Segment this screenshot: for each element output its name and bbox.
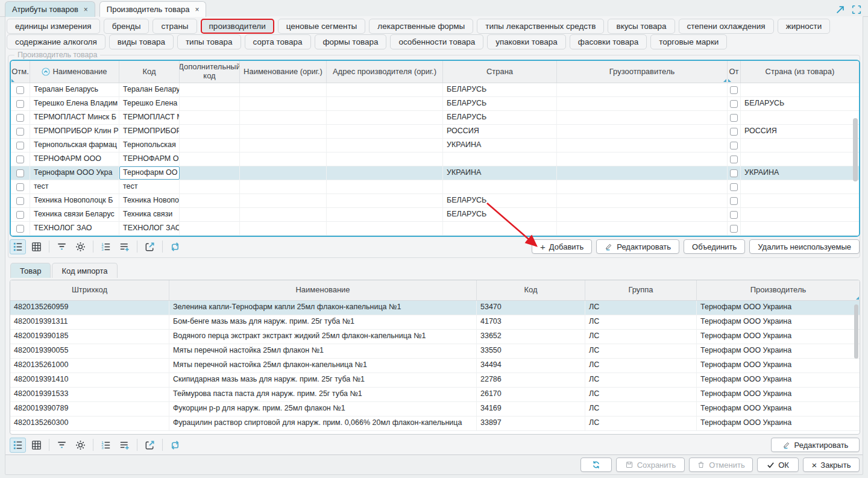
country-from-item-cell[interactable] [741, 222, 859, 235]
name-cell[interactable]: ТЕРМОПРИБОР Клин Р [30, 125, 119, 138]
table-row[interactable]: Тералан Беларусь Тералан Белару БЕЛАРУСЬ [11, 83, 859, 97]
name-cell[interactable]: ТЕРНОФАРМ ООО [30, 153, 119, 166]
row-checkbox[interactable] [16, 142, 24, 149]
column-header-item-name[interactable]: Наименование [169, 280, 477, 300]
group-cell[interactable]: ЛС [585, 301, 697, 315]
numbered-list-icon[interactable]: 123 [98, 239, 114, 254]
item-name-cell[interactable]: Скипидарная мазь мазь для наруж. прим. 2… [169, 373, 477, 387]
group-cell[interactable]: ЛС [585, 402, 697, 416]
edit-item-button[interactable]: Редактировать [771, 438, 860, 452]
tab-cooling-degrees[interactable]: степени охлаждения [679, 19, 774, 34]
row-checkbox[interactable] [16, 156, 24, 163]
manufacturer-cell[interactable]: Тернофарм ООО Украина [697, 301, 860, 315]
code-cell[interactable]: Терешко Елена [119, 97, 180, 110]
settings-gear-icon[interactable] [72, 438, 89, 453]
window-tab-producer[interactable]: Производитель товара × [99, 1, 207, 17]
item-name-cell[interactable]: Мяты перечной настойка 25мл флакон-капел… [169, 359, 477, 373]
from-checkbox[interactable] [730, 183, 738, 191]
from-checkbox[interactable] [730, 211, 738, 219]
refresh-loop-icon[interactable] [167, 438, 183, 453]
item-code-cell[interactable]: 33897 [477, 417, 585, 430]
country-from-item-cell[interactable] [741, 194, 859, 207]
column-header-name-orig[interactable]: Наименование (ориг.) [240, 61, 327, 83]
barcode-cell[interactable]: 4820019391311 [10, 315, 169, 329]
table-row[interactable]: 4820019390055 Мяты перечной настойка 25м… [10, 344, 860, 359]
tab-fat-content[interactable]: жирности [778, 19, 831, 34]
tab-item[interactable]: Товар [10, 263, 51, 278]
barcode-cell[interactable]: 4820135261000 [10, 359, 169, 373]
manufacturer-cell[interactable]: Тернофарм ООО Украина [697, 373, 860, 387]
group-cell[interactable]: ЛС [585, 315, 697, 329]
barcode-cell[interactable]: 4820019390055 [10, 344, 169, 358]
numbered-list-icon[interactable]: 123 [98, 438, 114, 453]
item-code-cell[interactable]: 33550 [477, 344, 585, 358]
item-code-cell[interactable]: 34494 [477, 359, 585, 373]
table-row[interactable]: Техника Новополоцк Б Техника Новопо БЕЛА… [11, 194, 859, 208]
country-from-item-cell[interactable] [741, 180, 859, 193]
manufacturer-cell[interactable]: Тернофарм ООО Украина [697, 344, 860, 358]
country-from-item-cell[interactable]: УКРАИНА [741, 166, 859, 180]
table-row[interactable]: 4820135261000 Мяты перечной настойка 25м… [10, 359, 860, 373]
row-checkbox[interactable] [16, 86, 24, 94]
tab-price-segments[interactable]: ценовые сегменты [278, 19, 366, 34]
group-cell[interactable]: ЛС [585, 388, 697, 401]
column-header-barcode[interactable]: Штрихкод [10, 280, 169, 300]
table-row[interactable]: 4820019390789 Фукорцин р-р для наруж. пр… [10, 402, 860, 417]
name-cell[interactable]: Тералан Беларусь [30, 83, 119, 96]
ok-button[interactable]: ОК [757, 458, 799, 472]
code-cell[interactable]: ТЕРНОФАРМ ОС [119, 153, 180, 166]
column-header-name[interactable]: Наименование [30, 61, 119, 83]
add-rows-icon[interactable] [116, 239, 133, 254]
column-header-country-from-item[interactable]: Страна (из товара) [741, 61, 859, 83]
name-cell[interactable]: Техника связи Беларус [30, 208, 119, 221]
list-view-icon[interactable] [10, 239, 26, 254]
name-cell[interactable]: тест [30, 180, 119, 193]
row-checkbox[interactable] [16, 183, 24, 191]
edit-button[interactable]: Редактировать [596, 239, 679, 254]
code-cell[interactable]: ТЕХНОЛОГ ЗАО [119, 222, 180, 235]
tab-drug-forms[interactable]: лекарственные формы [369, 19, 473, 34]
barcode-cell[interactable]: 4820019390789 [10, 402, 169, 416]
country-cell[interactable] [443, 180, 557, 193]
country-cell[interactable]: УКРАИНА [443, 139, 557, 152]
row-checkbox[interactable] [16, 225, 24, 233]
barcode-cell[interactable]: 4820135260300 [10, 417, 169, 430]
item-code-cell[interactable]: 41703 [477, 315, 585, 329]
item-name-cell[interactable]: Теймурова паста паста для наруж. прим. 2… [169, 388, 477, 401]
country-from-item-cell[interactable] [741, 83, 859, 96]
code-cell[interactable]: тест [119, 180, 180, 193]
from-checkbox[interactable] [730, 156, 738, 163]
item-name-cell[interactable]: Фукорцин р-р для наруж. прим. 25мл флако… [169, 402, 477, 416]
column-header-shipper[interactable]: Грузоотправитель [557, 61, 728, 83]
table-row[interactable]: 4820019391533 Теймурова паста паста для … [10, 388, 860, 402]
item-name-cell[interactable]: Зеленина капли-Тернофарм капли 25мл флак… [169, 301, 477, 315]
column-header-code[interactable]: Код [119, 61, 180, 83]
item-name-cell[interactable]: Водяного перца экстракт экстракт жидкий … [169, 330, 477, 344]
delete-unused-button[interactable]: Удалить неиспользуемые [749, 239, 860, 254]
window-tab-attributes[interactable]: Атрибуты товаров × [5, 1, 95, 17]
barcode-cell[interactable]: 4820135260959 [10, 301, 169, 315]
tab-item-features[interactable]: особенности товара [390, 34, 483, 49]
row-checkbox[interactable] [16, 197, 24, 205]
sort-asc-icon[interactable] [42, 68, 50, 76]
manufacturer-cell[interactable]: Тернофарм ООО Украина [697, 402, 860, 416]
tab-trademarks[interactable]: торговые марки [650, 34, 727, 49]
name-cell[interactable]: ТЕХНОЛОГ ЗАО [30, 222, 119, 235]
tab-countries[interactable]: страны [153, 19, 197, 34]
add-button[interactable]: + Добавить [532, 239, 592, 254]
code-cell[interactable]: Техника связи [119, 208, 180, 221]
row-checkbox[interactable] [16, 100, 24, 108]
column-header-mark[interactable]: Отм. [11, 61, 30, 83]
group-cell[interactable]: ЛС [585, 373, 697, 387]
name-cell[interactable]: Тернопольская фармац [30, 139, 119, 152]
save-button[interactable]: Сохранить [616, 458, 685, 472]
country-cell[interactable]: БЕЛАРУСЬ [443, 83, 557, 96]
name-cell[interactable]: ТЕРМОПЛАСТ Минск Б [30, 111, 119, 124]
item-code-cell[interactable]: 34169 [477, 402, 585, 416]
country-from-item-cell[interactable] [741, 153, 859, 166]
country-from-item-cell[interactable] [741, 111, 859, 124]
country-from-item-cell[interactable]: РОССИЯ [741, 125, 859, 138]
tab-alcohol-content[interactable]: содержание алкоголя [7, 34, 105, 49]
column-header-extra-code[interactable]: Дополнительный код [180, 61, 240, 83]
from-checkbox[interactable] [730, 225, 738, 233]
